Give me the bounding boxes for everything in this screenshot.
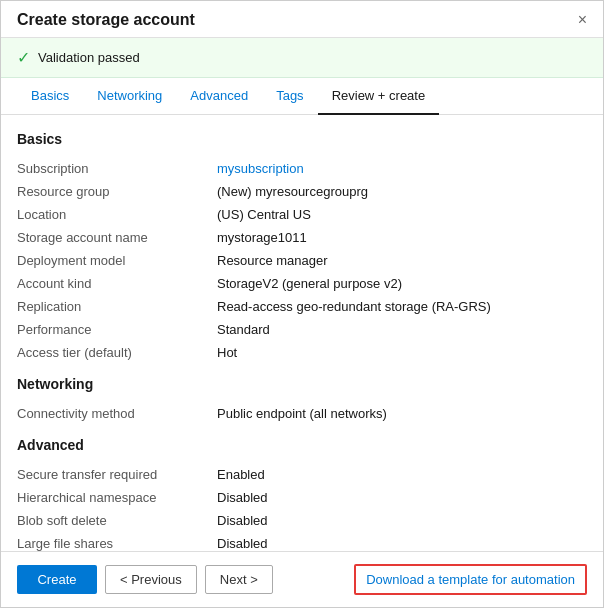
table-row: Storage account name mystorage1011	[17, 226, 587, 249]
tab-bar: Basics Networking Advanced Tags Review +…	[1, 78, 603, 115]
field-value-blob-soft-delete: Disabled	[217, 513, 587, 528]
field-value-deployment-model: Resource manager	[217, 253, 587, 268]
field-label: Connectivity method	[17, 406, 217, 421]
field-label: Blob soft delete	[17, 513, 217, 528]
close-icon[interactable]: ×	[578, 11, 587, 29]
field-label: Resource group	[17, 184, 217, 199]
table-row: Performance Standard	[17, 318, 587, 341]
field-label: Replication	[17, 299, 217, 314]
field-value-hierarchical-namespace: Disabled	[217, 490, 587, 505]
tab-networking[interactable]: Networking	[83, 78, 176, 115]
table-row: Subscription mysubscription	[17, 157, 587, 180]
field-label: Storage account name	[17, 230, 217, 245]
field-value-subscription[interactable]: mysubscription	[217, 161, 587, 176]
field-label: Subscription	[17, 161, 217, 176]
check-icon: ✓	[17, 48, 30, 67]
title-bar: Create storage account ×	[1, 1, 603, 38]
field-label: Performance	[17, 322, 217, 337]
field-value-access-tier: Hot	[217, 345, 587, 360]
content-area: Basics Subscription mysubscription Resou…	[1, 115, 603, 551]
field-label: Deployment model	[17, 253, 217, 268]
previous-button[interactable]: < Previous	[105, 565, 197, 594]
download-template-button[interactable]: Download a template for automation	[354, 564, 587, 595]
field-value-resource-group: (New) myresourcegrouprg	[217, 184, 587, 199]
table-row: Replication Read-access geo-redundant st…	[17, 295, 587, 318]
networking-section-title: Networking	[17, 376, 587, 392]
window-title: Create storage account	[17, 11, 195, 29]
field-value-storage-name: mystorage1011	[217, 230, 587, 245]
create-button[interactable]: Create	[17, 565, 97, 594]
tab-basics[interactable]: Basics	[17, 78, 83, 115]
field-label: Account kind	[17, 276, 217, 291]
next-button[interactable]: Next >	[205, 565, 273, 594]
table-row: Account kind StorageV2 (general purpose …	[17, 272, 587, 295]
advanced-section-title: Advanced	[17, 437, 587, 453]
field-value-large-file-shares: Disabled	[217, 536, 587, 551]
tab-tags[interactable]: Tags	[262, 78, 317, 115]
table-row: Large file shares Disabled	[17, 532, 587, 551]
tab-advanced[interactable]: Advanced	[176, 78, 262, 115]
table-row: Access tier (default) Hot	[17, 341, 587, 364]
basics-section-title: Basics	[17, 131, 587, 147]
create-storage-account-window: Create storage account × ✓ Validation pa…	[0, 0, 604, 608]
field-label: Secure transfer required	[17, 467, 217, 482]
validation-banner: ✓ Validation passed	[1, 38, 603, 78]
field-label: Large file shares	[17, 536, 217, 551]
table-row: Blob soft delete Disabled	[17, 509, 587, 532]
table-row: Resource group (New) myresourcegrouprg	[17, 180, 587, 203]
field-value-replication: Read-access geo-redundant storage (RA-GR…	[217, 299, 587, 314]
field-value-connectivity: Public endpoint (all networks)	[217, 406, 587, 421]
tab-review-create[interactable]: Review + create	[318, 78, 440, 115]
field-label: Hierarchical namespace	[17, 490, 217, 505]
validation-text: Validation passed	[38, 50, 140, 65]
table-row: Deployment model Resource manager	[17, 249, 587, 272]
footer: Create < Previous Next > Download a temp…	[1, 551, 603, 607]
table-row: Secure transfer required Enabled	[17, 463, 587, 486]
table-row: Connectivity method Public endpoint (all…	[17, 402, 587, 425]
field-label: Access tier (default)	[17, 345, 217, 360]
field-label: Location	[17, 207, 217, 222]
field-value-performance: Standard	[217, 322, 587, 337]
field-value-secure-transfer: Enabled	[217, 467, 587, 482]
field-value-location: (US) Central US	[217, 207, 587, 222]
table-row: Hierarchical namespace Disabled	[17, 486, 587, 509]
field-value-account-kind: StorageV2 (general purpose v2)	[217, 276, 587, 291]
table-row: Location (US) Central US	[17, 203, 587, 226]
